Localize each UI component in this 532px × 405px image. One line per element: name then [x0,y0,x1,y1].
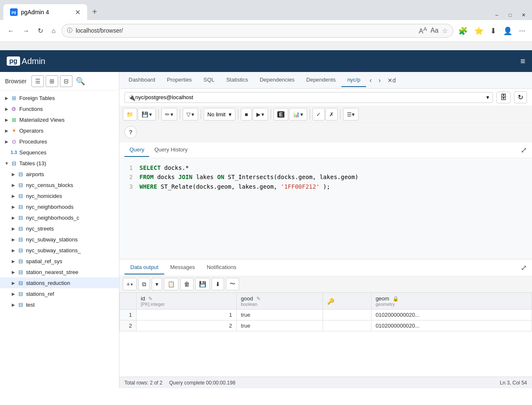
tab-sql[interactable]: SQL [198,73,220,87]
copy-btn[interactable]: ⧉ [138,278,150,290]
back-btn[interactable]: ← [5,25,17,37]
maximize-btn[interactable]: □ [505,10,515,20]
tab-statistics[interactable]: Statistics [220,73,254,87]
functions-icon: ⚙ [10,105,18,113]
sidebar-item-nyc-neighborhoods[interactable]: ▶ ⊟ nyc_neighborhoods [0,201,119,212]
col-header-good: good ✎ boolean [237,293,323,310]
table-view-btn[interactable]: ⊟ [60,75,72,87]
save-file-btn[interactable]: 💾 ▾ [138,108,156,120]
sidebar-item-tables[interactable]: ▼ ⊟ Tables (13) [0,158,119,169]
download-btn[interactable]: ⬇ [212,278,224,290]
tables-icon: ⊟ [10,159,18,167]
paste-btn[interactable]: 📋 [164,278,178,290]
tab-close-btn[interactable]: ✕d [384,75,399,85]
code-editor[interactable]: 1 SELECT docks.* 2 FROM docks JO [119,158,532,259]
commit-btn[interactable]: ✓ [312,108,325,120]
delete-btn[interactable]: 🗑 [180,278,194,290]
profile-icon[interactable]: 👤 [501,25,514,37]
tab-nav-right[interactable]: › [375,75,384,86]
sidebar-item-spatial-ref-sys[interactable]: ▶ ⊟ spatial_ref_sys [0,256,119,267]
sidebar-item-stations-ref[interactable]: ▶ ⊟ stations_ref [0,288,119,299]
editor-expand-btn[interactable]: ⤢ [521,146,527,155]
add-row-btn[interactable]: + ▾ [123,278,137,290]
download-icon[interactable]: ⬇ [488,25,498,37]
browser-tab[interactable]: pg pgAdmin 4 ✕ [3,4,87,20]
limit-select[interactable]: No limit ▾ [204,108,235,120]
toolbar-divider-6 [310,109,310,119]
sidebar-toolbar: Browser ☰ ⊞ ⊟ 🔍 [0,72,119,91]
tab-dependents[interactable]: Dependents [300,73,341,87]
tab-dependencies[interactable]: Dependencies [254,73,300,87]
connection-select[interactable]: 🔌 nyc/postgres@localhost ▾ [124,92,493,103]
minimize-btn[interactable]: – [492,10,502,20]
sidebar-item-nyc-homicides[interactable]: ▶ ⊟ nyc_homicides [0,190,119,201]
sidebar-item-nyc-census-blocks[interactable]: ▶ ⊟ nyc_census_blocks [0,179,119,190]
copy-dd-btn[interactable]: ▾ [152,278,162,290]
settings-icon[interactable]: ··· [517,25,527,37]
tab-notifications[interactable]: Notifications [201,261,242,274]
filter-btn[interactable]: ▽ ▾ [183,108,198,120]
forward-btn[interactable]: → [20,25,32,37]
close-btn[interactable]: ✕ [519,10,529,20]
analyze-btn[interactable]: 📊 ▾ [289,108,307,120]
edit-btn[interactable]: ✏ ▾ [161,108,177,120]
hamburger-menu[interactable]: ≡ [520,56,525,66]
tab-nycp[interactable]: nyc/p [341,73,366,87]
sidebar-item-airports[interactable]: ▶ ⊟ airports [0,169,119,179]
save-results-btn[interactable]: 💾 [195,278,210,290]
extensions-icon[interactable]: 🧩 [457,25,469,37]
browser-label: Browser [5,78,26,85]
sidebar-item-operators[interactable]: ▶ ✦ Operators [0,125,119,136]
tab-icon: pg [10,8,18,16]
col-edit-icon[interactable]: ✎ [148,296,152,302]
run-btn[interactable]: ▶ ▾ [253,108,268,120]
sidebar-item-nyc-neighborhoods-c[interactable]: ▶ ⊟ nyc_neighborhoods_c [0,212,119,223]
analyze-dropdown-icon: ▾ [300,111,303,118]
chart-btn[interactable]: 〜 [226,278,239,290]
sidebar-item-nyc-subway-stations[interactable]: ▶ ⊟ nyc_subway_stations [0,234,119,245]
refresh-connection-btn[interactable]: ↻ [514,91,527,103]
sidebar-item-materialized-views[interactable]: ▶ ⊠ Materialized Views [0,114,119,125]
tab-close-btn[interactable]: ✕ [75,8,80,16]
macros-btn[interactable]: ☰▾ [343,108,359,120]
help-btn[interactable]: ? [124,126,137,138]
grid-view-btn[interactable]: ⊞ [46,75,58,87]
search-btn[interactable]: 🔍 [74,75,87,87]
tab-query-history[interactable]: Query History [149,143,192,157]
explain-btn[interactable]: E [274,108,288,120]
sidebar-item-nyc-streets[interactable]: ▶ ⊟ nyc_streets [0,223,119,234]
nyc-streets-label: nyc_streets [26,226,54,232]
sidebar-item-stations-reduction[interactable]: ▶ ⊟ stations_reduction [0,277,119,288]
rollback-btn[interactable]: ✗ [325,108,338,120]
sidebar-item-station-nearest-stree[interactable]: ▶ ⊟ station_nearest_stree [0,267,119,277]
address-bar[interactable]: ⓘ localhost/browser/ AA Aa ☆ [62,24,453,37]
query-complete-text: Query complete 00:00:00.198 [169,380,235,386]
stop-btn[interactable]: ■ [241,108,252,120]
logo-text: Admin [22,56,46,66]
sidebar-item-foreign-tables[interactable]: ▶ ⊞ Foreign Tables [0,92,119,103]
row-num-header [120,293,137,310]
sidebar-item-sequences[interactable]: ▶ 1.3 Sequences [0,147,119,158]
new-tab-btn[interactable]: + [87,4,102,20]
open-file-btn[interactable]: 📁 [123,108,137,120]
tab-nav-left[interactable]: ‹ [366,75,375,86]
refresh-btn[interactable]: ↻ [35,24,46,37]
db-icon-btn[interactable]: 🗄 [496,92,511,103]
sidebar-item-test[interactable]: ▶ ⊟ test [0,299,119,310]
home-btn[interactable]: ⌂ [49,25,58,37]
tab-properties[interactable]: Properties [161,73,198,87]
tab-query[interactable]: Query [124,143,149,157]
tab-messages[interactable]: Messages [164,261,201,274]
bookmark-icon[interactable]: ⭐ [473,25,485,37]
sidebar-item-procedures[interactable]: ▶ ⊙ Procedures [0,136,119,147]
tab-data-output[interactable]: Data output [124,261,164,274]
object-view-btn[interactable]: ☰ [31,75,44,87]
add-dd-icon: ▾ [131,282,133,287]
sidebar-item-functions[interactable]: ▶ ⚙ Functions [0,103,119,114]
col-edit-icon-good[interactable]: ✎ [256,296,261,302]
results-expand-btn[interactable]: ⤢ [521,263,527,272]
chevron-right-icon: ▶ [3,105,10,112]
sidebar-item-nyc-subway-stations2[interactable]: ▶ ⊟ nyc_subway_stations_ [0,245,119,256]
tab-dashboard[interactable]: Dashboard [123,73,161,87]
explain-icon: E [277,111,284,118]
